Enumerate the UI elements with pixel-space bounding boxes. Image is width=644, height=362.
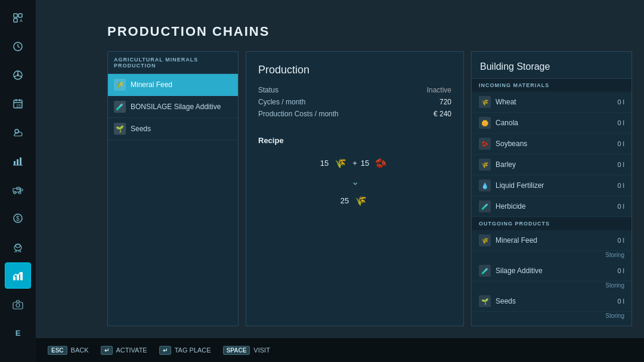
production-list-item-seeds[interactable]: 🌱 Seeds	[108, 118, 238, 140]
sidebar-item-production[interactable]	[5, 262, 31, 289]
sidebar-item-weather[interactable]	[5, 119, 31, 146]
sidebar-item-finance[interactable]: $	[5, 205, 31, 231]
svg-point-8	[17, 74, 19, 76]
outgoing-item-wrapper-2: 🌱 Seeds 0 l Storing	[472, 291, 631, 321]
storage-icon-incoming-1: 🌼	[479, 117, 491, 129]
vehicle-icon	[11, 182, 25, 197]
storage-value-outgoing-2: 0 l	[617, 298, 624, 305]
outgoing-items: 🌾 Mineral Feed 0 l Storing 🧪 Silage Addi…	[472, 230, 631, 321]
production-list-header: AGRICULTURAL MINERALS PRODUCTION	[108, 52, 238, 74]
item-icon-mineral-feed: 🌾	[114, 79, 126, 91]
outgoing-item-wrapper-0: 🌾 Mineral Feed 0 l Storing	[472, 230, 631, 261]
outgoing-item-wrapper-1: 🧪 Silage Additive 0 l Storing	[472, 261, 631, 291]
status-label: Status	[258, 86, 278, 94]
svg-text:15: 15	[16, 104, 21, 108]
storage-icon-incoming-4: 💧	[479, 180, 491, 191]
item-label-mineral-feed: Mineral Feed	[131, 81, 172, 89]
storage-icon-incoming-3: 🌾	[479, 159, 491, 171]
recipe-input-row: 15 🌾 + 15 🫘	[320, 154, 390, 171]
svg-line-10	[14, 76, 17, 77]
weather-icon	[11, 125, 25, 140]
production-icon	[11, 268, 25, 283]
incoming-item-2: 🫘 Soybeans 0 l	[472, 134, 631, 154]
sidebar-item-map[interactable]: A	[5, 5, 31, 31]
cycles-value: 720	[439, 98, 451, 106]
key-label-0: BACK	[71, 346, 89, 354]
recipe-title: Recipe	[258, 136, 451, 145]
sidebar-item-animal[interactable]	[5, 234, 31, 260]
recipe-formula: 15 🌾 + 15 🫘 ⌄ 25 🌾	[258, 154, 451, 209]
production-list-item-mineral-feed[interactable]: 🌾 Mineral Feed	[108, 74, 238, 96]
finance-icon: $	[11, 211, 25, 225]
svg-rect-20	[20, 157, 21, 165]
storage-value-incoming-4: 0 l	[617, 182, 624, 189]
sidebar-item-camera[interactable]	[5, 291, 31, 317]
sidebar-item-time[interactable]	[5, 33, 31, 60]
production-panel: Production Status Inactive Cycles / mont…	[246, 51, 464, 326]
incoming-item-5: 🧪 Herbicide 0 l	[472, 196, 631, 217]
building-storage-title: Building Storage	[472, 52, 631, 79]
outgoing-item-2: 🌱 Seeds 0 l	[472, 291, 631, 312]
sidebar: A	[0, 0, 36, 362]
key-label-2: TAG PLACE	[175, 346, 211, 354]
sidebar-item-calendar[interactable]: 15	[5, 91, 31, 117]
sidebar-item-vehicle[interactable]	[5, 177, 31, 203]
incoming-item-0: 🌾 Wheat 0 l	[472, 92, 631, 113]
storage-icon-incoming-0: 🌾	[479, 96, 491, 108]
storage-name-incoming-5: Herbicide	[496, 202, 612, 211]
production-list-panel: AGRICULTURAL MINERALS PRODUCTION 🌾 Miner…	[107, 51, 239, 326]
costs-row: Production Costs / month € 240	[258, 110, 451, 118]
storage-value-incoming-5: 0 l	[617, 203, 624, 210]
storage-value-outgoing-0: 0 l	[617, 237, 624, 244]
bottom-bar: ESC BACK ↵ ACTIVATE ↵ TAG PLACE SPACE VI…	[36, 338, 644, 362]
svg-text:$: $	[16, 215, 20, 222]
storage-icon-incoming-5: 🧪	[479, 200, 491, 212]
stats-icon	[11, 154, 25, 168]
storage-icon-incoming-2: 🫘	[479, 138, 491, 150]
storage-name-incoming-2: Soybeans	[496, 140, 612, 148]
calendar-icon: 15	[11, 97, 25, 111]
animal-icon	[11, 240, 25, 254]
svg-point-39	[16, 304, 20, 307]
status-value: Inactive	[427, 86, 451, 94]
key-badge-3: SPACE	[223, 346, 250, 355]
incoming-header: INCOMING MATERIALS	[472, 79, 631, 92]
svg-rect-1	[18, 14, 22, 17]
storage-value-incoming-0: 0 l	[617, 98, 624, 106]
item-icon-bonsilage: 🧪	[114, 101, 126, 113]
storage-value-incoming-1: 0 l	[617, 119, 624, 126]
item-label-bonsilage: BONSILAGE Silage Additive	[131, 103, 221, 111]
key-hints-container: ESC BACK ↵ ACTIVATE ↵ TAG PLACE SPACE VI…	[48, 346, 270, 355]
production-panel-title: Production	[258, 64, 451, 76]
key-label-1: ACTIVATE	[116, 346, 147, 354]
sidebar-item-steering[interactable]	[5, 62, 31, 88]
outgoing-sub-1: Storing	[472, 281, 631, 291]
recipe-plus: +	[352, 159, 357, 168]
outgoing-header: OUTGOING PRODUCTS	[472, 217, 631, 230]
panels-row: AGRICULTURAL MINERALS PRODUCTION 🌾 Miner…	[107, 51, 632, 326]
cycles-label: Cycles / month	[258, 98, 305, 106]
extra-icon: E	[11, 326, 25, 340]
production-stats: Status Inactive Cycles / month 720 Produ…	[258, 86, 451, 118]
recipe-section: Recipe 15 🌾 + 15 🫘 ⌄ 25 🌾	[258, 136, 451, 209]
map-icon: A	[11, 11, 25, 25]
building-storage-panel: Building Storage INCOMING MATERIALS 🌾 Wh…	[471, 51, 632, 326]
incoming-item-4: 💧 Liquid Fertilizer 0 l	[472, 175, 631, 196]
production-list-item-bonsilage[interactable]: 🧪 BONSILAGE Silage Additive	[108, 96, 238, 118]
sidebar-item-extra[interactable]: E	[5, 320, 31, 346]
storage-value-incoming-2: 0 l	[617, 140, 624, 147]
cycles-row: Cycles / month 720	[258, 98, 451, 106]
recipe-input1-icon: 🌾	[332, 154, 349, 171]
svg-rect-19	[17, 159, 18, 165]
outgoing-item-1: 🧪 Silage Additive 0 l	[472, 261, 631, 281]
svg-rect-18	[14, 161, 16, 165]
sidebar-item-stats[interactable]	[5, 148, 31, 174]
storage-icon-outgoing-1: 🧪	[479, 265, 491, 277]
svg-rect-35	[13, 277, 16, 280]
item-label-seeds: Seeds	[131, 125, 151, 133]
storage-name-outgoing-1: Silage Additive	[496, 267, 612, 275]
incoming-item-1: 🌼 Canola 0 l	[472, 113, 631, 134]
svg-line-31	[15, 250, 16, 252]
costs-value: € 240	[434, 110, 451, 118]
costs-label: Production Costs / month	[258, 110, 339, 118]
